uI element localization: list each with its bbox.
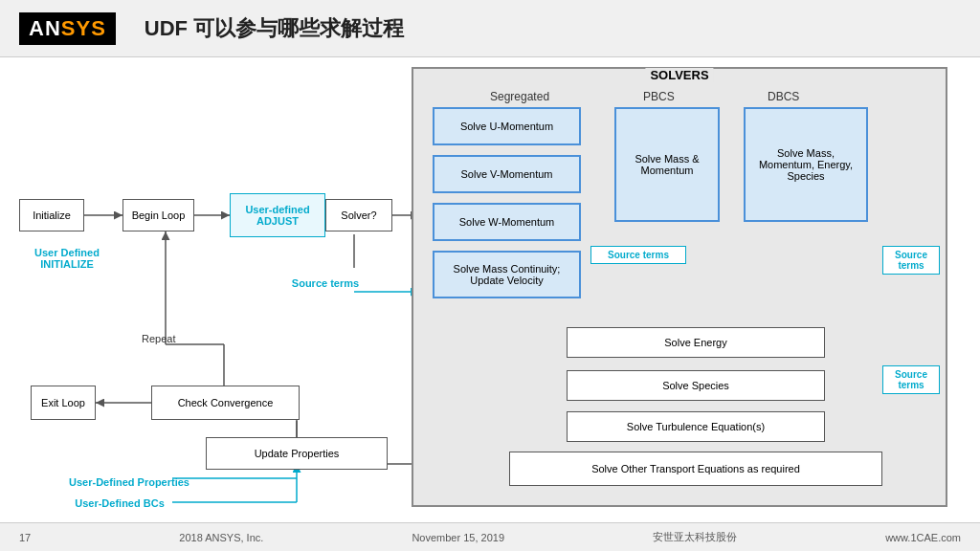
user-defined-adjust-box: User-defined ADJUST xyxy=(230,193,325,237)
source-terms-pbcs: Source terms xyxy=(590,246,686,264)
ansys-logo: ANSYS xyxy=(19,12,116,45)
begin-loop-box: Begin Loop xyxy=(122,199,194,231)
logo-an: AN xyxy=(29,16,61,40)
source-terms-left-label: Source terms xyxy=(282,277,368,289)
page-title: UDF 可以参与哪些求解过程 xyxy=(145,14,404,43)
check-convergence-box: Check Convergence xyxy=(151,386,300,420)
u-momentum-box: Solve U-Momentum xyxy=(433,107,581,145)
exit-loop-box: Exit Loop xyxy=(31,386,96,420)
solve-turbulence-box: Solve Turbulence Equation(s) xyxy=(567,411,825,442)
update-properties-box: Update Properties xyxy=(206,437,388,470)
w-momentum-box: Solve W-Momentum xyxy=(433,203,581,241)
company-info: 2018 ANSYS, Inc. xyxy=(179,532,263,543)
page-number: 17 xyxy=(19,532,31,543)
header: ANSYS UDF 可以参与哪些求解过程 xyxy=(0,0,980,57)
source-terms-lower: Source terms xyxy=(882,365,940,394)
user-defined-bcs-label: User-Defined BCs xyxy=(67,497,172,509)
flowchart: Initialize Begin Loop User-defined ADJUS… xyxy=(10,67,967,517)
website: www.1CAE.com xyxy=(885,532,961,543)
solvers-title: SOLVERS xyxy=(645,68,713,82)
v-momentum-box: Solve V-Momentum xyxy=(433,155,581,193)
user-defined-initialize-label: User Defined INITIALIZE xyxy=(19,247,115,270)
cn-company: 安世亚太科技股份 xyxy=(653,530,737,544)
logo-sys: SYS xyxy=(61,16,106,40)
date-info: November 15, 2019 xyxy=(412,532,504,543)
dbcs-label: DBCS xyxy=(768,90,799,103)
source-terms-dbcs: Source terms xyxy=(882,246,940,275)
segregated-label: Segregated xyxy=(490,90,549,103)
initialize-box: Initialize xyxy=(19,199,84,231)
pbcs-box: Solve Mass & Momentum xyxy=(614,107,720,222)
solve-other-box: Solve Other Transport Equations as requi… xyxy=(509,452,882,486)
solvers-container: SOLVERS Segregated PBCS DBCS Solve U-Mom… xyxy=(412,67,947,507)
solver-q-box: Solver? xyxy=(325,199,392,231)
mass-cont-box: Solve Mass Continuity; Update Velocity xyxy=(433,251,581,298)
footer: 17 2018 ANSYS, Inc. November 15, 2019 安世… xyxy=(0,522,980,551)
user-defined-properties-label: User-Defined Properties xyxy=(67,476,191,488)
dbcs-box: Solve Mass, Momentum, Energy, Species xyxy=(744,107,868,222)
solve-energy-box: Solve Energy xyxy=(567,327,825,358)
main-content: Initialize Begin Loop User-defined ADJUS… xyxy=(0,57,980,545)
solve-species-box: Solve Species xyxy=(567,370,825,401)
pbcs-label: PBCS xyxy=(643,90,675,103)
repeat-label: Repeat xyxy=(142,333,175,344)
